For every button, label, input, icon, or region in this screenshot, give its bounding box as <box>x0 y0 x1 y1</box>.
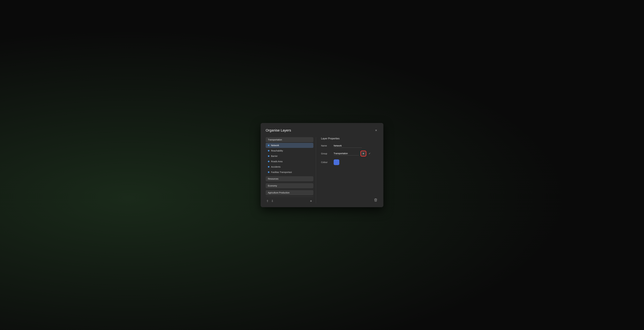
layer-dot-accidents <box>268 166 270 168</box>
group-header-agriculture-production[interactable]: Agriculture Production <box>266 190 313 195</box>
layer-dot-reachability <box>268 150 270 151</box>
group-header-economy[interactable]: Economy <box>266 183 313 188</box>
group-value-row: + ✓ <box>334 151 378 156</box>
layer-dot-barrier <box>268 155 270 157</box>
group-property-row: Group + ✓ <box>321 151 378 156</box>
modal-title: Organise Layers <box>266 128 291 132</box>
right-panel: Layer Properties Name Group + ✓ Colour <box>316 137 378 203</box>
group-header-resources[interactable]: Resources <box>266 176 313 181</box>
group-header-transportation[interactable]: Transportation <box>266 137 313 142</box>
colour-property-row: Colour <box>321 159 378 165</box>
move-up-button[interactable]: ⇧ <box>266 199 269 203</box>
layer-item-network[interactable]: Network <box>266 143 313 148</box>
layer-item-fasilitas-transportasi[interactable]: Fasilitas Transportasi <box>266 170 313 175</box>
layer-label-accidents: Accidents <box>271 166 280 168</box>
arrow-buttons: ⇧ ⇩ <box>266 199 274 203</box>
colour-swatch-button[interactable] <box>334 159 339 165</box>
right-panel-footer <box>321 197 378 203</box>
layer-label-barrier: Barrier <box>271 155 278 157</box>
name-property-row: Name <box>321 144 378 148</box>
organise-layers-modal: Organise Layers × Transportation Network… <box>260 123 384 207</box>
modal-header: Organise Layers × <box>266 128 378 133</box>
colour-label: Colour <box>321 161 334 163</box>
layer-dot-network <box>268 144 270 146</box>
group-label: Group <box>321 152 334 155</box>
name-label: Name <box>321 144 334 147</box>
layer-label-network: Network <box>271 144 279 147</box>
layer-label-roads-area: Roads Area <box>271 160 282 163</box>
trash-icon <box>374 198 378 202</box>
layer-item-accidents[interactable]: Accidents <box>266 164 313 169</box>
layer-dot-roads-area <box>268 161 270 162</box>
check-icon: ✓ <box>368 152 371 155</box>
add-group-button[interactable]: + <box>361 151 366 156</box>
left-panel: Transportation Network Reachability Barr… <box>266 137 316 203</box>
left-panel-footer: ⇧ ⇩ + <box>266 197 313 203</box>
layer-item-reachability[interactable]: Reachability <box>266 148 313 153</box>
layer-label-reachability: Reachability <box>271 149 283 152</box>
layer-item-barrier[interactable]: Barrier <box>266 153 313 158</box>
delete-layer-button[interactable] <box>373 197 378 203</box>
layer-item-roads-area[interactable]: Roads Area <box>266 159 313 164</box>
name-input[interactable] <box>334 144 362 148</box>
add-layer-button[interactable]: + <box>308 199 313 203</box>
modal-body: Transportation Network Reachability Barr… <box>266 137 378 203</box>
layer-properties-title: Layer Properties <box>321 137 378 140</box>
move-down-button[interactable]: ⇩ <box>270 199 274 203</box>
layer-label-fasilitas-transportasi: Fasilitas Transportasi <box>271 171 292 174</box>
close-button[interactable]: × <box>374 128 378 133</box>
layer-dot-fasilitas-transportasi <box>268 172 270 173</box>
group-input[interactable] <box>334 151 359 155</box>
layers-list: Transportation Network Reachability Barr… <box>266 137 313 195</box>
